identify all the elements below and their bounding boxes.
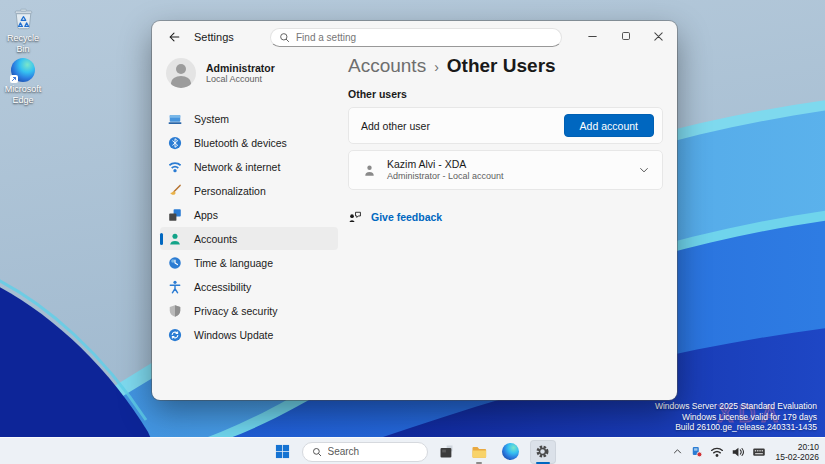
section-title: Other users — [348, 88, 663, 100]
avatar — [166, 58, 196, 88]
sidebar-item-label: Accounts — [194, 233, 237, 245]
window-title: Settings — [194, 31, 234, 43]
wifi-icon — [710, 445, 724, 459]
desktop: Recycle Bin Microsoft Edge XDA Windows S… — [0, 0, 825, 464]
file-explorer-icon — [471, 444, 487, 460]
active-indicator — [536, 462, 550, 464]
desktop-icon-recycle-bin[interactable]: Recycle Bin — [0, 6, 46, 54]
settings-sidebar: Administrator Local Account SystemBlueto… — [152, 53, 348, 400]
settings-search-input[interactable] — [296, 32, 553, 43]
chevron-up-icon — [672, 446, 683, 457]
sidebar-item-bluetooth-devices[interactable]: Bluetooth & devices — [160, 131, 338, 154]
volume-button[interactable] — [731, 445, 745, 459]
add-user-card: Add other user Add account — [348, 107, 663, 144]
settings-nav: SystemBluetooth & devicesNetwork & inter… — [160, 107, 338, 346]
maximize-button[interactable] — [609, 21, 642, 51]
sidebar-item-label: Bluetooth & devices — [194, 137, 287, 149]
expand-button[interactable] — [638, 164, 650, 176]
server-manager-button[interactable] — [434, 440, 460, 464]
minimize-button[interactable] — [576, 21, 609, 51]
sidebar-item-label: Accessibility — [194, 281, 251, 293]
personalization-icon — [168, 184, 182, 198]
settings-search-box[interactable] — [270, 28, 562, 47]
file-explorer-button[interactable] — [466, 440, 492, 464]
taskbar-search-input[interactable] — [328, 446, 408, 457]
breadcrumb-separator: › — [434, 59, 439, 75]
profile-type: Local Account — [206, 74, 275, 85]
clock-date: 15-02-2026 — [776, 452, 819, 462]
clock-time: 20:10 — [776, 442, 819, 452]
user-subtitle: Administrator - Local account — [387, 171, 504, 182]
shortcut-arrow-icon — [10, 75, 18, 83]
taskbar: 20:10 15-02-2026 — [0, 437, 825, 464]
keyboard-icon — [752, 445, 766, 459]
sidebar-item-system[interactable]: System — [160, 107, 338, 130]
touch-keyboard-button[interactable] — [752, 445, 766, 459]
edge-button[interactable] — [498, 440, 524, 464]
search-icon — [279, 32, 290, 43]
breadcrumb-current: Other Users — [447, 55, 556, 77]
user-name: Kazim Alvi - XDA — [387, 158, 504, 170]
minimize-icon — [587, 31, 598, 42]
add-account-button[interactable]: Add account — [564, 114, 654, 137]
maximize-icon — [621, 31, 631, 41]
sidebar-item-label: System — [194, 113, 229, 125]
settings-gear-icon — [535, 444, 550, 459]
sidebar-item-accounts[interactable]: Accounts — [160, 227, 338, 250]
sidebar-item-network-internet[interactable]: Network & internet — [160, 155, 338, 178]
give-feedback-label: Give feedback — [371, 211, 442, 223]
breadcrumb: Accounts › Other Users — [348, 55, 663, 77]
account-profile: Administrator Local Account — [166, 58, 275, 88]
back-button[interactable] — [162, 25, 186, 49]
search-icon — [312, 447, 322, 457]
edge-icon — [11, 58, 35, 82]
chevron-down-icon — [638, 164, 650, 176]
server-manager-icon — [439, 444, 454, 459]
apps-icon — [168, 208, 182, 222]
windows-update-icon — [168, 328, 182, 342]
tray-overflow-button[interactable] — [672, 446, 683, 457]
sidebar-item-label: Time & language — [194, 257, 273, 269]
settings-taskbar-button[interactable] — [530, 440, 556, 464]
user-row[interactable]: Kazim Alvi - XDA Administrator - Local a… — [348, 150, 663, 190]
time-language-icon — [168, 256, 182, 270]
sidebar-item-privacy-security[interactable]: Privacy & security — [160, 299, 338, 322]
settings-content: Accounts › Other Users Other users Add o… — [348, 53, 663, 400]
system-info-line: Build 26100.ge_release.240331-1435 — [655, 422, 817, 433]
privacy-icon — [168, 304, 182, 318]
device-status-icon — [690, 445, 703, 458]
user-icon — [363, 164, 376, 177]
sidebar-item-accessibility[interactable]: Accessibility — [160, 275, 338, 298]
sidebar-item-label: Windows Update — [194, 329, 273, 341]
sidebar-item-time-language[interactable]: Time & language — [160, 251, 338, 274]
running-indicator — [476, 462, 482, 464]
system-tray: 20:10 15-02-2026 — [672, 438, 819, 464]
desktop-icon-microsoft-edge[interactable]: Microsoft Edge — [0, 58, 46, 105]
network-icon — [168, 160, 182, 174]
taskbar-search-box[interactable] — [302, 442, 428, 462]
system-icon — [168, 112, 182, 126]
breadcrumb-parent[interactable]: Accounts — [348, 55, 426, 77]
start-button[interactable] — [270, 440, 296, 464]
add-user-label: Add other user — [361, 120, 564, 132]
taskbar-center — [270, 438, 556, 464]
system-info-line: Windows Server 2025 Standard Evaluation — [655, 401, 817, 412]
give-feedback-link[interactable]: Give feedback — [348, 210, 663, 224]
close-icon — [653, 31, 664, 42]
sidebar-item-label: Network & internet — [194, 161, 280, 173]
recycle-bin-icon — [11, 6, 36, 31]
close-button[interactable] — [642, 21, 675, 51]
sidebar-item-label: Privacy & security — [194, 305, 277, 317]
sidebar-item-label: Personalization — [194, 185, 266, 197]
hardware-status-button[interactable] — [690, 445, 703, 458]
wifi-button[interactable] — [710, 445, 724, 459]
edge-icon — [502, 443, 519, 460]
clock[interactable]: 20:10 15-02-2026 — [776, 442, 819, 462]
sidebar-item-personalization[interactable]: Personalization — [160, 179, 338, 202]
selection-indicator — [160, 233, 163, 245]
sidebar-item-windows-update[interactable]: Windows Update — [160, 323, 338, 346]
sidebar-item-apps[interactable]: Apps — [160, 203, 338, 226]
titlebar[interactable]: Settings — [152, 21, 677, 53]
back-arrow-icon — [167, 30, 181, 44]
profile-name: Administrator — [206, 62, 275, 74]
